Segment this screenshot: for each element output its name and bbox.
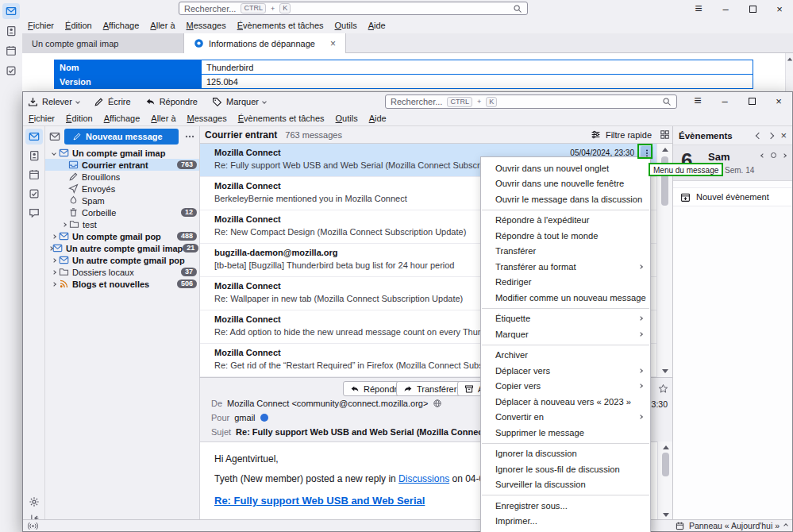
space-tasks-button[interactable] [2,63,20,79]
space-calendar-button[interactable] [25,167,43,183]
scroll-up-icon[interactable] [662,148,668,152]
menu-edition[interactable]: Édition [60,21,98,30]
next-day-button[interactable] [768,132,774,138]
menu-affichage[interactable]: Affichage [98,21,145,30]
menu-affichage[interactable]: Affichage [98,114,146,123]
scroll-down-icon[interactable] [663,513,669,517]
menu-outils[interactable]: Outils [329,21,363,30]
close-button[interactable]: × [765,92,792,110]
message-list-display-options-button[interactable] [656,126,672,144]
twisty-collapsed-icon[interactable] [49,271,59,274]
context-menu-item[interactable]: Déplacer vers [481,363,650,379]
app-menu-button[interactable]: ≡ [684,92,711,110]
context-menu-item[interactable]: Ignorer la discussion [481,446,650,462]
quick-filter-toggle[interactable]: Filtre rapide [591,129,652,140]
context-menu-item[interactable]: Ouvrir dans une nouvelle fenêtre [481,176,650,192]
twisty-collapsed-icon[interactable] [49,259,59,262]
context-menu-item[interactable]: Copier vers [481,379,650,395]
minimize-button[interactable]: – [711,92,738,110]
folder-pane-options-icon[interactable] [184,131,195,142]
mail-search-input[interactable]: Rechercher... CTRL + K [385,94,677,109]
context-menu-item[interactable]: Supprimer le message [481,425,650,441]
folder-row-account-imap2[interactable]: Un autre compte gmail imap 21 [45,242,199,254]
forward-button[interactable]: Transférer [396,381,464,396]
menu-messages[interactable]: Messages [181,21,232,30]
menu-evenements[interactable]: Évènements et tâches [233,114,330,123]
context-menu-item[interactable]: Marquer [481,326,650,342]
global-search-input[interactable]: Rechercher... CTRL + K [179,2,528,15]
folder-row-spam[interactable]: Spam [45,195,199,206]
close-button[interactable]: × [766,0,793,17]
context-menu-item[interactable]: Convertir en [481,410,650,426]
menu-edition[interactable]: Édition [60,114,98,123]
previous-day-button[interactable] [756,132,762,138]
menu-fichier[interactable]: Fichier [23,114,60,123]
space-mail-button[interactable] [2,3,20,19]
space-tasks-button[interactable] [25,186,43,202]
next-icon[interactable] [782,153,787,158]
message-list-scrollbar[interactable] [656,144,672,377]
tab-gmail-account[interactable]: Un compte gmail imap [22,33,184,53]
network-status-icon[interactable] [28,521,38,531]
folder-row-drafts[interactable]: Brouillons [45,171,199,183]
write-button[interactable]: Écrire [94,97,131,107]
get-messages-button[interactable]: Relever [28,97,79,107]
scroll-down-icon[interactable] [662,369,668,373]
menu-aller-a[interactable]: Aller à [145,114,181,123]
tab-close-icon[interactable]: × [330,38,336,49]
context-menu-item[interactable]: Ignorer le sous-fil de discussion [481,461,650,477]
new-event-button[interactable]: Nouvel évènement [673,187,792,206]
menu-aller-a[interactable]: Aller à [144,21,180,30]
to-value[interactable]: gmail [234,413,255,422]
folder-row-account-pop[interactable]: Un compte gmail pop 488 [45,230,199,242]
today-icon[interactable] [771,152,776,158]
menu-aide[interactable]: Aide [364,114,392,123]
context-menu-item[interactable]: Ouvrir dans un nouvel onglet [481,160,650,176]
context-menu-item[interactable]: Ouvrir le message dans la discussion [481,191,650,207]
context-menu-item[interactable]: Transférer au format [481,259,650,275]
new-message-button[interactable]: Nouveau message [64,129,179,145]
settings-button[interactable] [23,494,45,510]
close-today-pane-button[interactable]: × [780,129,787,141]
folder-row-account-pop2[interactable]: Un autre compte gmail pop [45,254,199,266]
message-body-scrollbar[interactable] [657,441,673,521]
context-menu-item[interactable]: Surveiller la discussion [481,477,650,493]
context-menu-item[interactable]: Rediriger [481,275,650,291]
folder-row-test[interactable]: test [45,218,199,230]
space-calendar-button[interactable] [2,43,20,59]
twisty-collapsed-icon[interactable] [49,247,52,250]
from-value[interactable]: Mozilla Connect <community@connect.mozil… [227,399,428,408]
menu-evenements[interactable]: Évènements et tâches [232,21,329,30]
context-menu-item[interactable]: Enregistrer sous... [481,498,650,514]
reply-title-link[interactable]: Re: Fully support Web USB and Web Serial [214,495,425,507]
context-menu-item[interactable]: Déplacer à nouveau vers « 2023 » [481,394,650,410]
folder-row-sent[interactable]: Envoyés [45,183,199,195]
context-menu-item[interactable]: Imprimer... [481,514,650,530]
star-button[interactable] [658,383,668,394]
minimize-button[interactable]: – [712,0,739,17]
scrollbar-thumb[interactable] [662,453,669,476]
reply-button[interactable]: Répondre [145,97,198,107]
twisty-expanded-icon[interactable] [49,152,59,155]
twisty-collapsed-icon[interactable] [49,283,59,286]
tab-troubleshooting[interactable]: Informations de dépannage × [184,33,346,53]
maximize-button[interactable] [739,0,766,17]
folder-row-inbox[interactable]: Courrier entrant 763 [45,159,199,171]
twisty-collapsed-icon[interactable] [60,223,69,226]
background-scrollbar[interactable] [785,53,793,91]
previous-icon[interactable] [760,153,765,158]
space-addressbook-button[interactable] [2,23,20,39]
scroll-up-icon[interactable] [663,445,669,449]
space-mail-button[interactable] [25,129,43,145]
context-menu-item[interactable]: Répondre à l'expéditeur [481,213,650,229]
folder-row-account-imap[interactable]: Un compte gmail imap [45,147,199,159]
menu-fichier[interactable]: Fichier [22,21,60,30]
space-addressbook-button[interactable] [25,148,43,164]
menu-messages[interactable]: Messages [182,114,233,123]
folder-row-local-folders[interactable]: Dossiers locaux 37 [45,266,199,278]
folder-row-blogs[interactable]: Blogs et nouvelles 506 [45,278,199,290]
discussions-link[interactable]: Discussions [398,473,449,484]
twisty-collapsed-icon[interactable] [49,235,59,238]
context-menu-item[interactable]: Modifier comme un nouveau message [481,290,650,306]
maximize-button[interactable] [738,92,765,110]
